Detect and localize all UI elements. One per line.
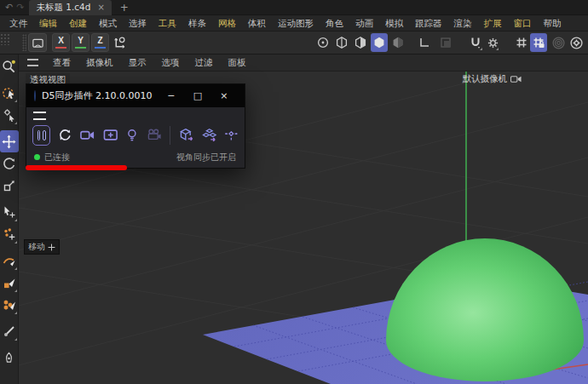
axis-lock-buttons: XYZ bbox=[52, 33, 109, 52]
menu-item[interactable]: 扩展 bbox=[478, 15, 508, 31]
cursor-transform-tool[interactable] bbox=[0, 201, 19, 223]
menu-item[interactable]: 创建 bbox=[63, 15, 93, 31]
points-transform-tool[interactable] bbox=[0, 223, 19, 245]
quantize-lock-icon[interactable] bbox=[530, 33, 547, 52]
menu-item[interactable]: 模式 bbox=[93, 15, 123, 31]
flyout-indicator bbox=[14, 241, 17, 244]
menu-item[interactable]: 渲染 bbox=[448, 15, 478, 31]
menu-item[interactable]: 窗口 bbox=[508, 15, 538, 31]
red-underline-annotation bbox=[26, 165, 127, 170]
flyout-indicator bbox=[14, 219, 17, 221]
viewport-menu-item[interactable]: 显示 bbox=[121, 57, 154, 69]
camera-sync-icon[interactable] bbox=[80, 127, 95, 143]
minimize-button[interactable]: − bbox=[158, 84, 184, 107]
close-tab-icon[interactable]: × bbox=[97, 3, 104, 12]
spline-pen-tool[interactable] bbox=[0, 249, 19, 272]
light-sync-icon[interactable] bbox=[125, 127, 139, 143]
menu-item[interactable]: 样条 bbox=[182, 15, 212, 31]
flyout-indicator bbox=[14, 122, 17, 124]
viewport-capture-icon[interactable] bbox=[103, 127, 118, 143]
connected-status-icon bbox=[34, 154, 40, 160]
menu-item[interactable]: 工具 bbox=[153, 15, 182, 31]
d5-dialog-body: 已连接 视角同步已开启 bbox=[26, 107, 245, 168]
axis-globe-icon[interactable] bbox=[110, 33, 129, 52]
render-settings-icon[interactable] bbox=[568, 33, 585, 52]
menu-item[interactable]: 选择 bbox=[123, 15, 153, 31]
flyout-indicator bbox=[14, 338, 17, 341]
rotate-tool[interactable] bbox=[0, 152, 19, 175]
live-selection-tool[interactable] bbox=[0, 82, 19, 104]
menu-item[interactable]: 动画 bbox=[349, 15, 379, 31]
menu-item[interactable]: 体积 bbox=[242, 15, 272, 31]
new-tab-button[interactable]: + bbox=[120, 2, 129, 14]
palette-drag-handle[interactable] bbox=[0, 33, 11, 45]
viewport-menu-bar: 查看摄像机显示选项过滤面板 bbox=[19, 54, 588, 72]
menu-item[interactable]: 编辑 bbox=[33, 15, 63, 31]
close-button[interactable]: × bbox=[210, 84, 237, 107]
menu-item[interactable]: 文件 bbox=[3, 15, 33, 31]
viewport-menu-item[interactable]: 摄像机 bbox=[78, 57, 121, 69]
viewport-menu-item[interactable]: 过滤 bbox=[187, 57, 221, 69]
menu-item[interactable]: 帮助 bbox=[538, 15, 568, 31]
menu-item[interactable]: 网格 bbox=[212, 15, 242, 31]
flyout-indicator bbox=[480, 48, 482, 50]
snap-settings-gear-icon[interactable] bbox=[485, 33, 500, 52]
snap-icon[interactable] bbox=[467, 33, 484, 52]
polygons-mode-icon[interactable] bbox=[352, 33, 369, 52]
axis-lock-button[interactable]: Y bbox=[72, 33, 89, 52]
axis-lock-button[interactable]: Z bbox=[91, 33, 109, 52]
viewport-menu-item[interactable]: 查看 bbox=[45, 57, 78, 69]
menu-item[interactable]: 运动图形 bbox=[272, 15, 320, 31]
menu-item[interactable]: 跟踪器 bbox=[409, 15, 448, 31]
record-camera-icon[interactable] bbox=[147, 127, 162, 143]
pen-tool[interactable] bbox=[0, 347, 19, 369]
export-model-icon[interactable] bbox=[179, 127, 194, 144]
menu-bar: 文件编辑创建模式选择工具样条网格体积运动图形角色动画模拟跟踪器渲染扩展窗口帮助 bbox=[0, 15, 588, 32]
scale-tool[interactable] bbox=[0, 175, 19, 197]
pause-sync-button[interactable] bbox=[32, 125, 50, 146]
scene-button[interactable] bbox=[28, 33, 47, 52]
tweak-tool[interactable] bbox=[0, 104, 19, 126]
undo-icon[interactable]: ↶ bbox=[5, 0, 13, 14]
move-cross-icon bbox=[48, 244, 55, 251]
view-sync-status-label: 视角同步已开启 bbox=[176, 152, 236, 163]
redo-icon[interactable]: ↷ bbox=[16, 0, 24, 14]
title-bar: ↶ ↷ 未标题 1.c4d × + bbox=[0, 0, 588, 15]
viewport-menu-item[interactable]: 面板 bbox=[221, 57, 254, 69]
menu-item[interactable]: 模拟 bbox=[379, 15, 409, 31]
camera-label[interactable]: 默认摄像机 bbox=[463, 73, 522, 85]
rectangle-pen-tool[interactable] bbox=[0, 272, 19, 294]
quantize-grid-icon[interactable] bbox=[513, 33, 530, 52]
coordinate-system-icon[interactable] bbox=[415, 33, 434, 52]
search-tool[interactable] bbox=[0, 55, 19, 77]
d5-sync-dialog: D5同步插件 2.10.0.0010 − □ × bbox=[26, 83, 245, 169]
knife-tool[interactable] bbox=[0, 320, 19, 342]
points-mode-icon[interactable] bbox=[314, 33, 331, 52]
render-view-icon[interactable] bbox=[550, 33, 568, 52]
d5-dialog-title: D5同步插件 2.10.0.0010 bbox=[42, 89, 152, 102]
sphere-object[interactable] bbox=[386, 238, 584, 381]
export-nodes-icon[interactable] bbox=[224, 127, 239, 143]
flyout-indicator bbox=[14, 312, 17, 314]
toolbar-drag-handle[interactable] bbox=[22, 34, 26, 51]
workplane-icon[interactable] bbox=[437, 33, 454, 52]
model-mode-icon[interactable] bbox=[371, 33, 388, 52]
d5-menu-icon[interactable] bbox=[33, 112, 46, 120]
move-tooltip-text: 移动 bbox=[28, 241, 45, 253]
texture-mode-icon[interactable] bbox=[389, 33, 406, 52]
d5-dialog-titlebar[interactable]: D5同步插件 2.10.0.0010 − □ × bbox=[26, 84, 245, 107]
axis-lock-button[interactable]: X bbox=[52, 33, 70, 52]
refresh-sync-icon[interactable] bbox=[58, 127, 72, 143]
viewport-menu-icon[interactable] bbox=[27, 59, 38, 66]
flyout-indicator bbox=[496, 48, 499, 50]
flyout-indicator bbox=[14, 289, 17, 292]
export-materials-icon[interactable] bbox=[202, 127, 217, 144]
document-tab[interactable]: 未标题 1.c4d × bbox=[29, 0, 111, 15]
camera-label-text: 默认摄像机 bbox=[463, 73, 508, 85]
polygon-pen-tool[interactable] bbox=[0, 294, 19, 316]
menu-item[interactable]: 角色 bbox=[320, 15, 349, 31]
viewport-menu-item[interactable]: 选项 bbox=[154, 57, 187, 69]
edges-mode-icon[interactable] bbox=[333, 33, 350, 52]
maximize-button[interactable]: □ bbox=[184, 84, 210, 107]
move-tool[interactable] bbox=[0, 130, 19, 152]
